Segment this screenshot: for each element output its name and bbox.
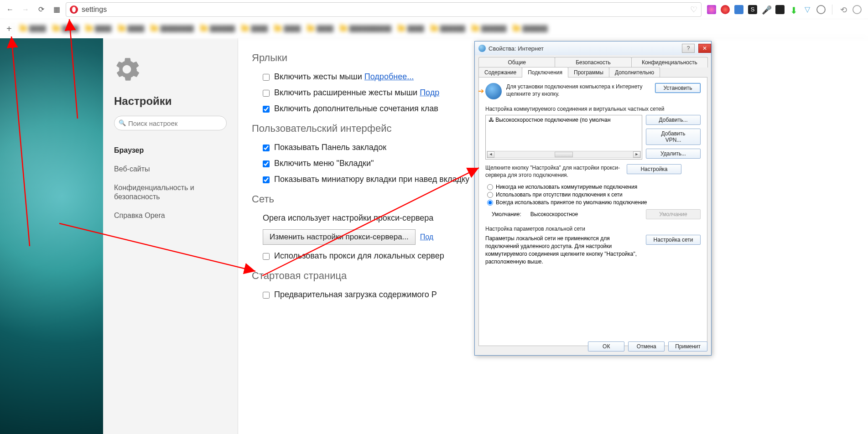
apply-button[interactable]: Применит: [668, 341, 707, 351]
ext-icon[interactable]: [816, 5, 826, 14]
opera-icon: [70, 5, 78, 14]
scrollbar[interactable]: ◄►: [487, 151, 641, 158]
dialog-title-text: Свойства: Интернет: [489, 45, 544, 52]
help-button[interactable]: ?: [682, 44, 695, 53]
close-button[interactable]: ✕: [698, 44, 711, 53]
address-input[interactable]: [82, 5, 686, 14]
connection-item[interactable]: 🖧 Высокоскоростное подключение (по умолч…: [487, 116, 641, 124]
ok-button[interactable]: ОК: [588, 341, 624, 351]
tab-connections[interactable]: Подключения: [522, 67, 568, 78]
nav-help[interactable]: Справка Opera: [114, 207, 227, 225]
tab-advanced[interactable]: Дополнительно: [609, 67, 660, 78]
globe-icon: [478, 45, 486, 52]
address-bar[interactable]: ♡: [66, 2, 702, 17]
settings-sidebar: Настройки 🔍 Браузер Веб-сайты Конфиденци…: [103, 38, 238, 434]
default-label: Умолчание:: [492, 211, 521, 217]
radio-noconn[interactable]: [487, 192, 493, 198]
default-button: Умолчание: [646, 209, 701, 219]
add-bookmark-button[interactable]: +: [6, 24, 12, 34]
settings-search-input[interactable]: [114, 116, 227, 130]
ext-icon[interactable]: S: [748, 5, 757, 14]
proxy-hint: Щелкните кнопку "Настройка" для настройк…: [485, 164, 622, 179]
cancel-button[interactable]: Отмена: [628, 341, 665, 351]
back-button[interactable]: ←: [4, 3, 16, 16]
group-lan: Настройка параметров локальной сети: [485, 226, 701, 232]
radio-never[interactable]: [487, 184, 493, 190]
profile-icon[interactable]: [852, 5, 862, 14]
lan-text: Параметры локальной сети не применяются …: [485, 235, 641, 265]
ext-icon[interactable]: ⬇: [789, 5, 798, 14]
dialog-titlebar[interactable]: Свойства: Интернет ? ✕: [475, 41, 711, 55]
link-more[interactable]: Подробнее...: [364, 72, 414, 81]
ext-icon[interactable]: [721, 5, 730, 14]
group-dialup: Настройка коммутируемого соединения и ви…: [485, 106, 701, 112]
settings-button[interactable]: Настройка: [627, 164, 681, 174]
tab-privacy[interactable]: Конфиденциальность: [631, 57, 708, 67]
browser-toolbar: ← → ⟳ ▦ ♡ S 🎤 ⬇ ▽ ⟲: [0, 0, 868, 19]
bookmark-heart-icon[interactable]: ♡: [690, 5, 697, 15]
tab-content[interactable]: Содержание: [478, 67, 522, 78]
setup-icon: [485, 83, 502, 99]
add-vpn-button[interactable]: Добавить VPN...: [646, 129, 701, 145]
ext-icon[interactable]: [707, 5, 716, 14]
nav-websites[interactable]: Веб-сайты: [114, 160, 227, 179]
link-more[interactable]: Под: [420, 233, 433, 241]
add-button[interactable]: Добавить...: [646, 115, 701, 125]
setup-text: Для установки подключения компьютера к И…: [506, 83, 650, 98]
default-value: Высокоскоростное: [530, 211, 578, 217]
chk-extra-shortcuts[interactable]: [263, 106, 270, 113]
nav-browser[interactable]: Браузер: [114, 141, 227, 160]
forward-button[interactable]: →: [19, 3, 32, 16]
speed-dial-button[interactable]: ▦: [50, 3, 63, 16]
chk-tabs-menu[interactable]: [263, 160, 270, 167]
lan-settings-button[interactable]: Настройка сети: [646, 235, 701, 245]
desktop-wallpaper: [0, 38, 103, 434]
radio-always[interactable]: [487, 200, 493, 206]
delete-button[interactable]: Удалить...: [646, 149, 701, 159]
search-icon: 🔍: [119, 119, 126, 126]
connections-pane: Для установки подключения компьютера к И…: [478, 77, 707, 346]
chk-adv-gestures[interactable]: [263, 90, 270, 97]
tab-security[interactable]: Безопасность: [555, 57, 631, 67]
dialog-tabs: Общие Безопасность Конфиденциальность Со…: [475, 55, 711, 78]
tab-programs[interactable]: Программы: [568, 67, 609, 78]
ext-icon[interactable]: 🎤: [762, 5, 771, 14]
chk-bookmark-bar[interactable]: [263, 145, 270, 151]
internet-properties-dialog: Свойства: Интернет ? ✕ Общие Безопасност…: [474, 41, 712, 356]
connections-listbox[interactable]: 🖧 Высокоскоростное подключение (по умолч…: [485, 115, 642, 160]
chk-local-proxy[interactable]: [263, 253, 270, 260]
chk-tab-preview[interactable]: [263, 176, 270, 183]
settings-title: Настройки: [114, 95, 227, 108]
ext-icon[interactable]: ▽: [803, 5, 812, 14]
setup-button[interactable]: Установить: [655, 83, 701, 93]
chk-mouse-gestures[interactable]: [263, 74, 270, 81]
link-more[interactable]: Подр: [420, 88, 439, 97]
tab-general[interactable]: Общие: [478, 57, 555, 67]
change-proxy-button[interactable]: Изменить настройки прокси-сервера...: [263, 229, 416, 245]
ext-icon[interactable]: [734, 5, 743, 14]
gear-icon: [114, 57, 140, 82]
ext-icon[interactable]: [775, 5, 785, 14]
nav-privacy[interactable]: Конфиденциальность и безопасность: [114, 179, 227, 207]
bookmark-bar: ████ ████ ████ ████ ████████ ██████ ████…: [0, 19, 868, 38]
reload-button[interactable]: ⟳: [35, 3, 47, 16]
chk-preload[interactable]: [263, 292, 270, 299]
extensions-tray: S 🎤 ⬇ ▽ ⟲: [704, 5, 864, 15]
sync-icon[interactable]: ⟲: [839, 5, 848, 14]
